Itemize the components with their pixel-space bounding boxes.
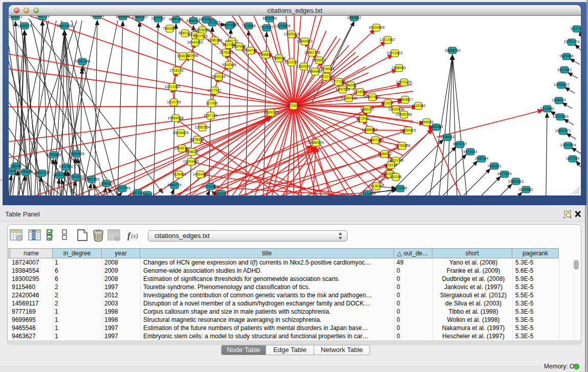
- svg-text:15136141: 15136141: [368, 184, 384, 188]
- svg-text:12342737: 12342737: [34, 171, 50, 174]
- svg-text:17957255: 17957255: [83, 178, 99, 181]
- svg-text:7485063: 7485063: [391, 66, 405, 70]
- svg-text:19166825: 19166825: [172, 131, 188, 135]
- svg-text:9327505: 9327505: [193, 34, 207, 38]
- svg-text:21364436: 21364436: [341, 96, 357, 100]
- svg-text:19463627: 19463627: [397, 98, 412, 101]
- svg-text:6466160: 6466160: [169, 17, 183, 21]
- svg-text:8813054: 8813054: [263, 16, 276, 20]
- svg-text:7955822: 7955822: [312, 58, 325, 62]
- svg-text:2087682: 2087682: [347, 16, 361, 19]
- svg-text:9329966: 9329966: [559, 54, 573, 58]
- svg-text:8965779: 8965779: [167, 183, 181, 187]
- svg-text:10688609: 10688609: [361, 128, 377, 132]
- svg-text:10756928: 10756928: [394, 144, 410, 147]
- svg-text:7663822: 7663822: [163, 27, 177, 30]
- svg-text:621634: 621634: [381, 101, 393, 105]
- svg-text:4572040: 4572040: [356, 117, 369, 120]
- svg-text:19654923: 19654923: [400, 128, 416, 132]
- svg-text:3915911: 3915911: [9, 169, 18, 173]
- svg-text:9397586: 9397586: [59, 165, 73, 168]
- svg-text:1527602: 1527602: [151, 16, 165, 20]
- svg-text:1588520: 1588520: [272, 56, 286, 60]
- svg-text:9465546: 9465546: [90, 16, 104, 17]
- svg-text:10653257: 10653257: [132, 16, 147, 19]
- svg-text:17010504: 17010504: [560, 143, 576, 147]
- svg-text:1905572: 1905572: [9, 16, 23, 18]
- svg-text:20691406: 20691406: [56, 24, 72, 28]
- svg-text:1156829: 1156829: [19, 170, 33, 173]
- svg-text:9777169: 9777169: [332, 80, 345, 83]
- svg-text:12093822: 12093822: [553, 83, 569, 86]
- svg-text:7515526: 7515526: [242, 24, 255, 28]
- svg-text:8878334: 8878334: [190, 138, 204, 141]
- svg-text:19384554: 19384554: [308, 141, 323, 144]
- svg-text:1905573: 1905573: [17, 24, 31, 28]
- svg-text:7632621: 7632621: [487, 164, 501, 168]
- svg-text:10973403: 10973403: [386, 51, 402, 55]
- svg-text:3215955: 3215955: [540, 107, 554, 111]
- svg-text:13218506: 13218506: [274, 24, 290, 28]
- svg-text:23226058: 23226058: [194, 28, 210, 32]
- svg-text:1815172: 1815172: [383, 163, 397, 167]
- svg-text:16210725: 16210725: [318, 75, 334, 78]
- svg-text:939613: 939613: [177, 54, 189, 58]
- svg-text:7625402: 7625402: [172, 172, 186, 176]
- svg-text:9699695: 9699695: [116, 16, 129, 18]
- svg-text:5734024: 5734024: [320, 67, 334, 71]
- svg-text:8454749: 8454749: [243, 49, 257, 52]
- svg-text:10807487: 10807487: [364, 95, 380, 99]
- svg-text:8471676: 8471676: [497, 172, 511, 176]
- svg-text:9146821: 9146821: [258, 53, 272, 56]
- svg-text:3875685: 3875685: [219, 51, 233, 54]
- svg-text:12213382: 12213382: [164, 85, 180, 89]
- svg-text:2083719: 2083719: [35, 16, 49, 18]
- svg-text:1640953: 1640953: [429, 125, 443, 128]
- svg-text:16154808: 16154808: [368, 26, 384, 29]
- svg-text:2867608: 2867608: [232, 45, 246, 48]
- svg-text:746266: 746266: [344, 83, 356, 87]
- svg-text:19093449: 19093449: [183, 160, 199, 163]
- svg-text:9427512: 9427512: [207, 89, 221, 92]
- svg-text:3498222: 3498222: [185, 150, 199, 154]
- svg-text:9474444: 9474444: [463, 150, 477, 154]
- svg-text:9245652: 9245652: [519, 188, 533, 191]
- svg-text:1733426: 1733426: [393, 186, 407, 190]
- svg-text:19654938: 19654938: [167, 116, 183, 120]
- svg-text:117006: 117006: [206, 101, 218, 105]
- svg-text:1167534: 1167534: [566, 157, 580, 160]
- svg-text:12213967: 12213967: [379, 38, 395, 41]
- svg-text:10958107: 10958107: [98, 182, 114, 185]
- svg-text:15710485: 15710485: [202, 185, 218, 188]
- svg-text:15046786: 15046786: [174, 146, 190, 150]
- svg-text:8322037: 8322037: [285, 60, 298, 64]
- svg-text:1145194: 1145194: [53, 173, 67, 177]
- svg-text:2935114: 2935114: [475, 157, 489, 160]
- svg-text:2803144: 2803144: [211, 75, 225, 78]
- svg-text:1892304: 1892304: [214, 192, 228, 195]
- svg-text:1244415: 1244415: [552, 98, 565, 102]
- svg-text:23495798: 23495798: [396, 113, 411, 116]
- svg-text:12973125: 12973125: [396, 80, 411, 84]
- svg-text:7857224: 7857224: [222, 24, 236, 27]
- svg-text:6879197: 6879197: [453, 142, 467, 146]
- svg-text:9242848: 9242848: [222, 63, 236, 67]
- svg-text:15692971: 15692971: [555, 129, 571, 133]
- svg-text:935081: 935081: [10, 164, 21, 168]
- svg-text:16543362: 16543362: [187, 40, 203, 44]
- svg-text:17359928: 17359928: [68, 152, 84, 156]
- svg-text:18300275: 18300275: [263, 111, 279, 114]
- svg-text:23053346: 23053346: [74, 59, 90, 63]
- svg-text:1610755: 1610755: [167, 100, 181, 104]
- svg-text:12353594: 12353594: [194, 125, 210, 129]
- svg-text:3824554: 3824554: [353, 90, 367, 94]
- svg-text:20206538: 20206538: [46, 153, 61, 157]
- svg-text:9227342: 9227342: [557, 68, 571, 72]
- svg-text:10654112: 10654112: [508, 180, 524, 183]
- svg-text:(x): (x): [131, 232, 138, 239]
- svg-text:12505135: 12505135: [68, 175, 84, 179]
- svg-text:18724007: 18724007: [286, 104, 301, 107]
- svg-text:1913450: 1913450: [360, 192, 374, 195]
- svg-text:1362635: 1362635: [296, 64, 310, 68]
- svg-text:13325419: 13325419: [284, 32, 299, 36]
